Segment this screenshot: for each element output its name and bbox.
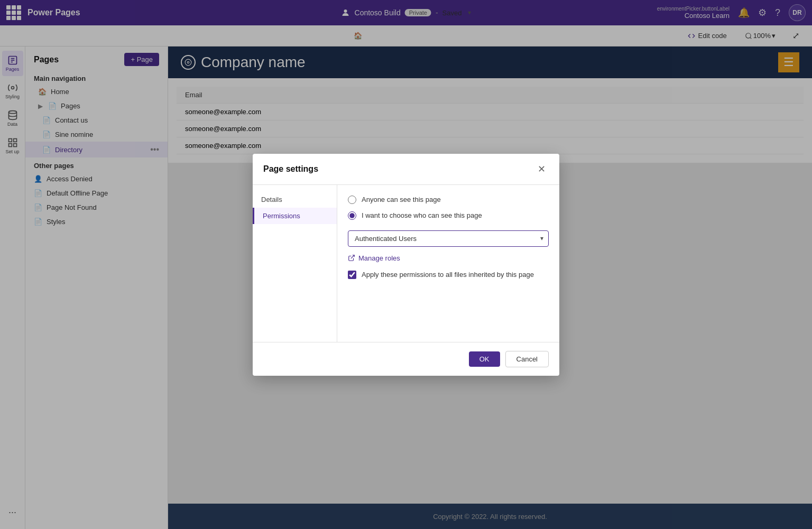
modal-content: Anyone can see this page I want to choos…	[337, 185, 559, 342]
tab-permissions[interactable]: Permissions	[253, 208, 337, 224]
manage-roles-label: Manage roles	[358, 254, 400, 262]
modal-close-button[interactable]: ✕	[534, 162, 549, 176]
external-link-icon	[348, 254, 355, 262]
ok-button[interactable]: OK	[469, 351, 500, 367]
tab-details[interactable]: Details	[253, 191, 337, 208]
modal-footer: OK Cancel	[253, 342, 559, 376]
checkbox-permissions-input[interactable]	[348, 271, 356, 279]
modal-overlay: Page settings ✕ Details Permissions Anyo…	[0, 0, 812, 529]
radio-choose[interactable]: I want to choose who can see this page	[348, 211, 549, 220]
page-settings-modal: Page settings ✕ Details Permissions Anyo…	[253, 154, 559, 376]
svg-line-15	[351, 255, 354, 258]
radio-choose-label: I want to choose who can see this page	[362, 211, 482, 219]
modal-title: Page settings	[263, 164, 318, 174]
radio-anyone[interactable]: Anyone can see this page	[348, 196, 549, 204]
radio-choose-input[interactable]	[348, 211, 356, 220]
roles-dropdown[interactable]: Authenticated Users Administrators Anony…	[348, 230, 549, 247]
checkbox-permissions-label: Apply these permissions to all files inh…	[362, 271, 534, 279]
cancel-button[interactable]: Cancel	[505, 351, 549, 367]
modal-header: Page settings ✕	[253, 154, 559, 185]
roles-dropdown-wrapper: Authenticated Users Administrators Anony…	[348, 230, 549, 247]
radio-anyone-label: Anyone can see this page	[362, 196, 441, 203]
radio-group: Anyone can see this page I want to choos…	[348, 196, 549, 220]
radio-anyone-input[interactable]	[348, 196, 356, 204]
modal-body: Details Permissions Anyone can see this …	[253, 185, 559, 342]
manage-roles-link[interactable]: Manage roles	[348, 254, 549, 262]
checkbox-permissions[interactable]: Apply these permissions to all files inh…	[348, 271, 549, 279]
modal-sidebar: Details Permissions	[253, 185, 337, 342]
